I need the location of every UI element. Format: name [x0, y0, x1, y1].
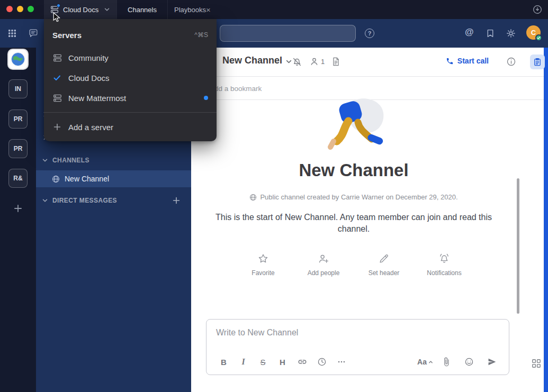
server-item-label: New Mattermost: [68, 94, 126, 103]
category-direct-messages[interactable]: DIRECT MESSAGES: [36, 194, 191, 207]
send-icon[interactable]: [482, 357, 501, 367]
team-item[interactable]: PR: [8, 139, 28, 158]
tab-channels[interactable]: Channels: [116, 0, 167, 19]
add-direct-message-icon[interactable]: [172, 196, 181, 205]
main-content: New Channel 1 Start call Add a bookmark: [191, 48, 544, 392]
check-icon: [52, 73, 62, 83]
add-server-label: Add a server: [68, 123, 113, 132]
mentions-at-icon[interactable]: @: [465, 28, 474, 37]
server-item-label: Cloud Docs: [68, 74, 110, 83]
unread-dot: [204, 96, 208, 100]
bookmarks-bar: Add a bookmark: [191, 76, 544, 100]
clipboard-icon: [533, 58, 542, 66]
message-composer: Write to New Channel B I S H Aa: [206, 319, 509, 375]
add-server-button[interactable]: Add a server: [44, 117, 217, 137]
server-item-new-mattermost[interactable]: New Mattermost: [44, 88, 217, 108]
caret-up-icon: [428, 360, 433, 364]
search-input[interactable]: [220, 25, 356, 42]
sidebar-channel-new-channel[interactable]: New Channel: [36, 170, 191, 187]
server-item-community[interactable]: Community: [44, 48, 217, 68]
channel-intro: New Channel Public channel created by Ca…: [191, 98, 516, 277]
formatting-toolbar: B I S H Aa: [214, 354, 501, 370]
team-item[interactable]: PR: [8, 110, 28, 129]
person-plus-icon: [318, 253, 329, 265]
history-clock-icon[interactable]: [312, 357, 331, 367]
star-icon: [257, 253, 269, 265]
pinned-files-icon[interactable]: [331, 57, 341, 67]
avatar-initial: C: [531, 29, 536, 37]
globe-icon: [52, 175, 60, 183]
attach-paperclip-icon[interactable]: [436, 357, 456, 367]
intro-heading: New Channel: [191, 160, 516, 180]
channel-title-button[interactable]: New Channel: [222, 55, 292, 66]
action-label: Favorite: [251, 269, 274, 277]
team-item[interactable]: R&: [8, 169, 28, 188]
servers-shortcut: ^⌘S: [194, 31, 208, 39]
mattermost-window: Cloud Docs Channels Playbooks × ? @ C IN…: [0, 0, 548, 392]
emoji-icon[interactable]: [459, 357, 479, 367]
category-dm-label: DIRECT MESSAGES: [52, 197, 117, 204]
scrollbar[interactable]: [517, 178, 519, 314]
help-icon[interactable]: ?: [365, 29, 374, 38]
user-avatar[interactable]: C: [526, 25, 541, 40]
tab-channels-label: Channels: [128, 6, 157, 14]
settings-gear-icon[interactable]: [506, 29, 516, 38]
close-window-button[interactable]: [6, 6, 13, 12]
close-tab-icon[interactable]: ×: [206, 6, 211, 14]
server-icon: [52, 93, 62, 103]
composer-right-actions: Aa: [417, 357, 501, 367]
server-tab-label: Cloud Docs: [63, 6, 98, 14]
strikethrough-button[interactable]: S: [253, 358, 273, 367]
category-channels[interactable]: CHANNELS: [36, 153, 191, 167]
start-call-label: Start call: [457, 57, 489, 65]
zoom-window-button[interactable]: [28, 6, 34, 12]
add-team-icon[interactable]: [13, 204, 23, 213]
menu-divider: [44, 112, 217, 113]
action-label: Add people: [308, 269, 340, 277]
category-channels-label: CHANNELS: [52, 157, 89, 164]
more-options-icon[interactable]: [331, 357, 351, 367]
team-initials: PR: [14, 115, 23, 123]
tab-playbooks[interactable]: Playbooks ×: [167, 0, 216, 19]
link-icon[interactable]: [292, 357, 312, 367]
saved-posts-bookmark-icon[interactable]: [486, 29, 495, 38]
channel-name: New Channel: [65, 175, 109, 183]
minimize-window-button[interactable]: [17, 6, 23, 12]
add-bookmark-button[interactable]: Add a bookmark: [210, 85, 262, 93]
member-count: 1: [321, 58, 325, 66]
servers-menu-title: Servers: [52, 31, 82, 40]
app-bar-strip: [544, 48, 548, 392]
globe-avatar: [11, 52, 25, 67]
notifications-button[interactable]: Notifications: [425, 253, 464, 277]
channels-chat-icon[interactable]: [29, 29, 38, 38]
favorite-button[interactable]: Favorite: [244, 253, 283, 277]
server-item-cloud-docs[interactable]: Cloud Docs: [44, 68, 217, 88]
add-people-button[interactable]: Add people: [304, 253, 343, 277]
members-button[interactable]: 1: [309, 57, 325, 67]
message-input[interactable]: Write to New Channel: [216, 328, 298, 338]
team-sidebar: IN PR PR R&: [0, 48, 36, 392]
team-item-globe[interactable]: [8, 50, 28, 69]
chevron-down-icon: [42, 197, 48, 204]
muted-bell-icon[interactable]: [292, 57, 302, 67]
team-initials: IN: [15, 85, 21, 93]
channel-info-icon[interactable]: [506, 57, 516, 67]
playbooks-app-button[interactable]: [530, 54, 545, 69]
text-format-toggle[interactable]: Aa: [417, 358, 433, 366]
servers-dropdown-menu: Servers ^⌘S Community Cloud Docs New Mat…: [44, 19, 217, 141]
intro-description: This is the start of New Channel. Any te…: [210, 212, 498, 235]
products-grid-icon[interactable]: [8, 29, 16, 38]
download-icon[interactable]: [533, 5, 542, 14]
set-header-button[interactable]: Set header: [364, 253, 403, 277]
online-status-badge: [535, 34, 542, 41]
italic-button[interactable]: I: [233, 357, 253, 367]
start-call-button[interactable]: Start call: [446, 57, 489, 65]
apps-grid-icon[interactable]: [531, 358, 542, 369]
heading-button[interactable]: H: [273, 358, 292, 367]
servers-menu-header: Servers ^⌘S: [44, 26, 217, 43]
team-item[interactable]: IN: [8, 79, 28, 98]
chevron-down-icon: [104, 6, 110, 13]
intro-actions: Favorite Add people Set header Notificat…: [191, 253, 516, 277]
bell-icon: [438, 253, 450, 265]
bold-button[interactable]: B: [214, 358, 233, 367]
